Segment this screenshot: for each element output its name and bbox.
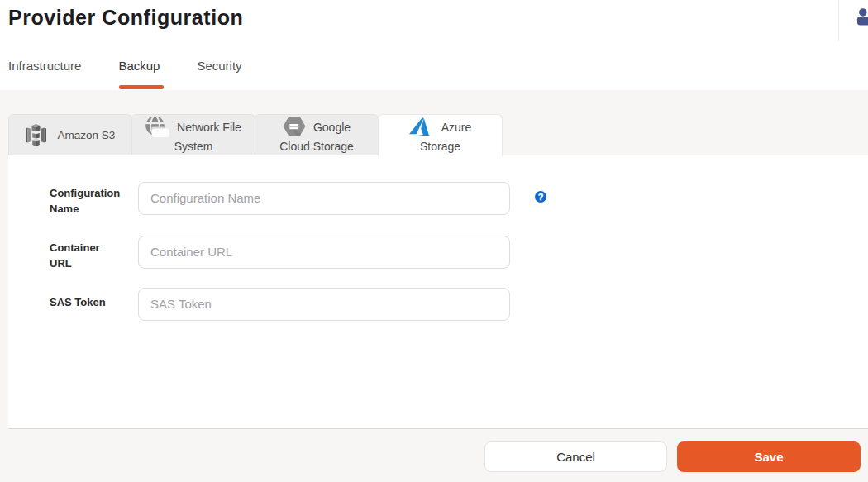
svg-text:?: ? xyxy=(538,192,544,202)
